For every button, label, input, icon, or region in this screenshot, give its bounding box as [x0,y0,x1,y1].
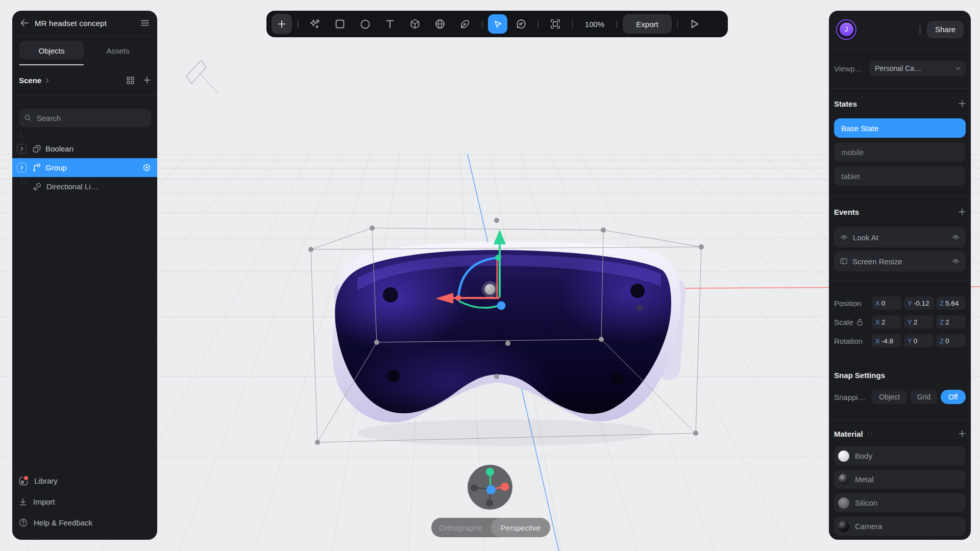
properties-sidebar: J Share Viewp… Personal Ca… States Base … [829,11,971,540]
library-button[interactable]: Library [19,470,151,491]
state-mobile[interactable]: mobile [834,142,966,162]
rotation-x-field[interactable]: X-4.8 [872,334,901,347]
gizmo-y-dot[interactable] [486,468,494,476]
project-title: MR headset concept [35,19,107,28]
camera-lens [611,372,624,385]
help-feedback-button[interactable]: Help & Feedback [19,512,151,533]
header-divider [919,25,921,34]
play-icon [691,19,699,29]
material-metal[interactable]: Metal [834,470,966,489]
gizmo-x-dot[interactable] [501,483,509,491]
lock-icon[interactable] [857,319,863,325]
visibility-toggle-icon[interactable] [952,235,960,240]
snap-settings-section: Snap Settings Snappi… Object Grid Off [829,360,971,421]
toolbar-divider [677,20,678,28]
search-box[interactable] [19,109,151,127]
projection-toggle[interactable]: Orthographic Perspective [431,518,550,537]
directional-light-icon [33,182,42,191]
add-object-icon[interactable] [143,77,151,84]
search-input[interactable] [36,113,146,123]
collab-header: J Share [829,11,971,48]
rotation-z-field[interactable]: Z0 [936,334,966,347]
scale-z-field[interactable]: Z2 [936,315,966,329]
scale-x-field[interactable]: X2 [872,315,901,329]
frame-capture-button[interactable] [544,14,567,34]
snap-grid-option[interactable]: Grid [911,390,937,404]
toolbar-divider [616,20,618,28]
zoom-level[interactable]: 100% [578,20,611,29]
camera-lens [636,305,643,311]
back-arrow-icon[interactable] [20,19,29,27]
rotation-y-field[interactable]: Y0 [904,334,934,347]
viewport-value: Personal Ca… [875,64,952,72]
z-axis-handle[interactable] [497,302,506,310]
ai-generate-button[interactable] [304,14,326,34]
boolean-icon [32,144,41,154]
cube-tool-button[interactable] [404,14,426,34]
scale-y-field[interactable]: Y2 [904,315,934,329]
play-button[interactable] [683,14,706,34]
material-camera[interactable]: Camera [834,517,966,536]
sphere-tool-button[interactable] [429,14,451,34]
ellipse-tool-button[interactable] [354,14,376,34]
tree-item-group[interactable]: Group [12,158,157,177]
states-title: States [834,99,857,108]
frame-icon [550,19,560,29]
snapping-label: Snappi… [834,393,868,402]
orthographic-option[interactable]: Orthographic [431,523,491,532]
scene-label[interactable]: Scene [19,76,41,85]
chevron-right-icon [45,78,49,83]
viewport-label: Viewp… [834,64,865,73]
visibility-toggle-icon[interactable] [952,259,960,264]
snap-off-option[interactable]: Off [941,390,966,404]
export-button[interactable]: Export [623,14,672,34]
material-silicon[interactable]: Silicon [834,493,966,512]
tree-item-boolean[interactable]: Boolean [12,139,157,158]
position-y-field[interactable]: Y-0.12 [904,296,934,310]
text-tool-button[interactable] [379,14,401,34]
layout-grid-icon[interactable] [127,77,134,84]
directional-light-gizmo[interactable] [186,60,218,94]
tab-objects[interactable]: Objects [18,36,85,65]
position-x-field[interactable]: X0 [872,296,901,310]
event-screen-resize[interactable]: Screen Resize [834,251,966,271]
scene-breadcrumb-row: Scene [12,65,157,95]
main-toolbar: 100% Export [266,11,728,37]
text-icon [385,19,395,29]
add-button[interactable] [272,14,292,34]
expand-chevron-icon[interactable] [17,163,27,172]
avatar[interactable]: J [836,19,856,40]
plus-icon [278,20,286,28]
tab-assets[interactable]: Assets [85,36,151,65]
import-icon [19,498,27,506]
share-button[interactable]: Share [927,21,964,38]
add-material-icon[interactable] [959,430,966,437]
target-icon[interactable] [143,164,151,171]
tree-item-directional-light[interactable]: Directional Li… [12,177,157,196]
state-base[interactable]: Base State [834,118,966,138]
position-z-field[interactable]: Z5.64 [936,296,966,310]
menu-icon[interactable] [141,20,149,26]
gizmo-z-dot[interactable] [486,485,496,494]
material-preview-sphere [838,450,849,462]
event-look-at[interactable]: Look At [834,227,966,247]
material-body[interactable]: Body [834,446,966,465]
orientation-gizmo[interactable] [468,465,512,510]
comment-tool-button[interactable] [510,14,532,34]
drag-handle-icon[interactable]: :: [867,430,874,438]
add-event-icon[interactable] [959,208,966,215]
viewport-select[interactable]: Personal Ca… [870,61,966,76]
select-tool-button[interactable] [488,14,507,34]
pen-tool-button[interactable] [454,14,476,34]
rectangle-tool-button[interactable] [329,14,351,34]
left-sidebar: MR headset concept Objects Assets Scene [12,11,157,540]
import-button[interactable]: Import [19,491,151,512]
pivot-handle[interactable] [485,284,496,295]
expand-chevron-icon[interactable] [17,144,27,154]
events-title: Events [834,208,859,216]
snap-object-option[interactable]: Object [872,390,907,404]
perspective-option[interactable]: Perspective [491,523,551,532]
add-state-icon[interactable] [959,100,966,107]
state-tablet[interactable]: tablet [834,166,966,186]
material-preview-sphere [838,497,849,509]
